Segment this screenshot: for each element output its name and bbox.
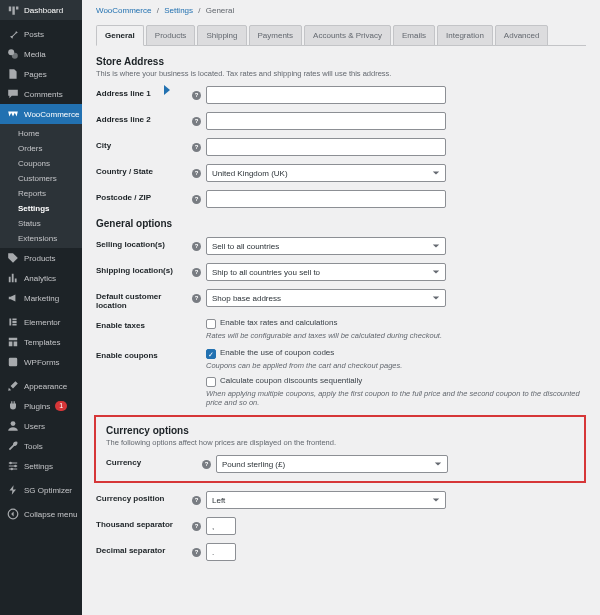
brush-icon bbox=[7, 380, 19, 392]
sidebar-label: Media bbox=[24, 50, 46, 59]
wpforms-icon bbox=[7, 356, 19, 368]
svg-rect-2 bbox=[9, 358, 17, 366]
tab-general[interactable]: General bbox=[96, 25, 144, 46]
sidebar-item-users[interactable]: Users bbox=[0, 416, 82, 436]
sidebar-item-media[interactable]: Media bbox=[0, 44, 82, 64]
sidebar-item-comments[interactable]: Comments bbox=[0, 84, 82, 104]
city-input[interactable] bbox=[206, 138, 446, 156]
svg-point-3 bbox=[11, 421, 16, 426]
sidebar-sub-customers[interactable]: Customers bbox=[0, 171, 82, 186]
tab-shipping[interactable]: Shipping bbox=[197, 25, 246, 46]
sidebar-label: Users bbox=[24, 422, 45, 431]
sidebar-sub-reports[interactable]: Reports bbox=[0, 186, 82, 201]
svg-point-4 bbox=[9, 462, 11, 464]
sidebar-label: Dashboard bbox=[24, 6, 63, 15]
sidebar-item-products[interactable]: Products bbox=[0, 248, 82, 268]
postcode-input[interactable] bbox=[206, 190, 446, 208]
thousand-sep-input[interactable] bbox=[206, 517, 236, 535]
sidebar-item-marketing[interactable]: Marketing bbox=[0, 288, 82, 308]
enable-coupons-checkbox[interactable] bbox=[206, 349, 216, 359]
comment-icon bbox=[7, 88, 19, 100]
sidebar-sub-extensions[interactable]: Extensions bbox=[0, 231, 82, 246]
sidebar-item-appearance[interactable]: Appearance bbox=[0, 376, 82, 396]
selling-label: Selling location(s) bbox=[96, 237, 192, 249]
currency-options-heading: Currency options bbox=[106, 425, 574, 436]
currency-options-desc: The following options affect how prices … bbox=[106, 438, 574, 447]
chevron-down-icon bbox=[432, 242, 440, 250]
help-icon[interactable]: ? bbox=[192, 522, 201, 531]
sidebar-item-analytics[interactable]: Analytics bbox=[0, 268, 82, 288]
chevron-down-icon bbox=[434, 460, 442, 468]
help-icon[interactable]: ? bbox=[192, 268, 201, 277]
sidebar-label: Products bbox=[24, 254, 56, 263]
enable-taxes-checkbox[interactable] bbox=[206, 319, 216, 329]
country-label: Country / State bbox=[96, 164, 192, 176]
sidebar-item-woocommerce[interactable]: WooCommerce bbox=[0, 104, 82, 124]
tab-emails[interactable]: Emails bbox=[393, 25, 435, 46]
dashboard-icon bbox=[7, 4, 19, 16]
help-icon[interactable]: ? bbox=[192, 169, 201, 178]
selling-select[interactable]: Sell to all countries bbox=[206, 237, 446, 255]
sidebar-sub-settings[interactable]: Settings bbox=[0, 201, 82, 216]
wrench-icon bbox=[7, 440, 19, 452]
currency-select[interactable]: Pound sterling (£) bbox=[216, 455, 448, 473]
address2-label: Address line 2 bbox=[96, 112, 192, 124]
breadcrumb-settings[interactable]: Settings bbox=[164, 6, 193, 15]
sidebar-item-pages[interactable]: Pages bbox=[0, 64, 82, 84]
sidebar-item-templates[interactable]: Templates bbox=[0, 332, 82, 352]
store-address-heading: Store Address bbox=[96, 56, 586, 67]
tab-products[interactable]: Products bbox=[146, 25, 196, 46]
country-select[interactable]: United Kingdom (UK) bbox=[206, 164, 446, 182]
sidebar-item-settings[interactable]: Settings bbox=[0, 456, 82, 476]
help-icon[interactable]: ? bbox=[192, 91, 201, 100]
sidebar-sub-status[interactable]: Status bbox=[0, 216, 82, 231]
sidebar-label: Elementor bbox=[24, 318, 60, 327]
woocommerce-submenu: Home Orders Coupons Customers Reports Se… bbox=[0, 124, 82, 248]
decimal-sep-input[interactable] bbox=[206, 543, 236, 561]
sidebar-collapse[interactable]: Collapse menu bbox=[0, 504, 82, 524]
help-icon[interactable]: ? bbox=[192, 143, 201, 152]
tab-accounts[interactable]: Accounts & Privacy bbox=[304, 25, 391, 46]
help-icon[interactable]: ? bbox=[202, 460, 211, 469]
tab-advanced[interactable]: Advanced bbox=[495, 25, 549, 46]
sidebar-item-plugins[interactable]: Plugins 1 bbox=[0, 396, 82, 416]
sidebar-sub-orders[interactable]: Orders bbox=[0, 141, 82, 156]
currency-position-select[interactable]: Left bbox=[206, 491, 446, 509]
breadcrumb-woocommerce[interactable]: WooCommerce bbox=[96, 6, 151, 15]
help-icon[interactable]: ? bbox=[192, 242, 201, 251]
shipping-label: Shipping location(s) bbox=[96, 263, 192, 275]
address1-input[interactable] bbox=[206, 86, 446, 104]
shipping-select[interactable]: Ship to all countries you sell to bbox=[206, 263, 446, 281]
sidebar-item-tools[interactable]: Tools bbox=[0, 436, 82, 456]
sidebar-item-elementor[interactable]: Elementor bbox=[0, 312, 82, 332]
tab-payments[interactable]: Payments bbox=[249, 25, 303, 46]
sidebar-label: Plugins bbox=[24, 402, 50, 411]
main-content: WooCommerce / Settings / General General… bbox=[82, 0, 600, 615]
sidebar-sub-coupons[interactable]: Coupons bbox=[0, 156, 82, 171]
sidebar-label: WooCommerce bbox=[24, 110, 79, 119]
sidebar-sub-home[interactable]: Home bbox=[0, 126, 82, 141]
sidebar-item-sg-optimizer[interactable]: SG Optimizer bbox=[0, 480, 82, 500]
address2-input[interactable] bbox=[206, 112, 446, 130]
elementor-icon bbox=[7, 316, 19, 328]
sidebar-item-posts[interactable]: Posts bbox=[0, 24, 82, 44]
submenu-arrow bbox=[164, 85, 170, 95]
help-icon[interactable]: ? bbox=[192, 195, 201, 204]
sidebar-item-wpforms[interactable]: WPForms bbox=[0, 352, 82, 372]
default-customer-location-select[interactable]: Shop base address bbox=[206, 289, 446, 307]
sidebar-item-dashboard[interactable]: Dashboard bbox=[0, 0, 82, 20]
enable-coupons-label: Enable coupons bbox=[96, 348, 192, 360]
enable-coupons-hint: Coupons can be applied from the cart and… bbox=[206, 361, 586, 370]
sidebar-label: SG Optimizer bbox=[24, 486, 72, 495]
help-icon[interactable]: ? bbox=[192, 294, 201, 303]
help-icon[interactable]: ? bbox=[192, 496, 201, 505]
sequential-coupons-chk-label: Calculate coupon discounts sequentially bbox=[220, 376, 362, 385]
enable-taxes-chk-label: Enable tax rates and calculations bbox=[220, 318, 337, 327]
sidebar-label: Analytics bbox=[24, 274, 56, 283]
general-options-heading: General options bbox=[96, 218, 586, 229]
sidebar-label: Comments bbox=[24, 90, 63, 99]
help-icon[interactable]: ? bbox=[192, 548, 201, 557]
help-icon[interactable]: ? bbox=[192, 117, 201, 126]
tab-integration[interactable]: Integration bbox=[437, 25, 493, 46]
sequential-coupons-checkbox[interactable] bbox=[206, 377, 216, 387]
